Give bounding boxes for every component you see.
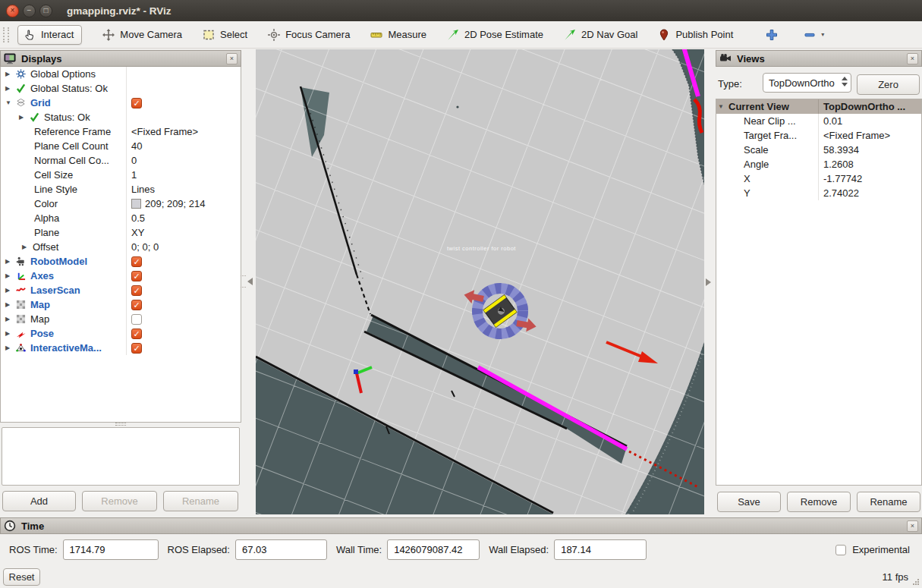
view-tree-row[interactable]: Near Clip ...0.01 [716,114,921,128]
display-enabled-checkbox[interactable]: ✓ [131,329,142,339]
reset-button[interactable]: Reset [3,568,40,586]
display-description-box[interactable] [2,427,240,486]
chevron-down-icon[interactable]: ▼ [5,99,16,106]
window-resize-grip[interactable] [912,578,920,586]
tool-measure[interactable]: Measure [370,29,426,41]
display-enabled-checkbox[interactable]: ✓ [131,256,142,267]
property-value[interactable]: Lines [131,184,155,195]
render-viewport[interactable]: twist controller for robot [256,49,704,514]
property-value[interactable]: 1.2608 [823,159,854,170]
time-panel-header[interactable]: Time × [0,517,922,534]
toolbar-grip-handle[interactable] [3,27,9,42]
display-tree-row[interactable]: Plane Cell Count40 [1,139,241,153]
property-value[interactable]: <Fixed Frame> [131,126,198,137]
property-value[interactable]: 1 [131,169,137,181]
spinner-arrows-icon[interactable] [842,77,848,86]
display-enabled-checkbox[interactable]: ✓ [131,271,142,281]
tool-focus-camera[interactable]: Focus Camera [268,29,350,41]
chevron-right-icon[interactable]: ▶ [5,272,16,279]
display-enabled-checkbox[interactable]: ✓ [131,98,142,108]
display-tree-row[interactable]: ▼Grid✓ [1,96,241,110]
property-value[interactable]: 0.5 [131,212,145,224]
tool-2d-nav-goal[interactable]: 2D Nav Goal [564,29,637,41]
view-tree-row[interactable]: Scale58.3934 [716,143,921,157]
property-value[interactable]: 0 [131,155,137,166]
display-tree-row[interactable]: Color209; 209; 214 [1,197,241,211]
tool-interact[interactable]: Interact [17,25,82,45]
display-tree-row[interactable]: ▶Map [1,312,241,326]
tool-2d-pose-estimate[interactable]: 2D Pose Estimate [447,29,543,41]
tool-move-camera[interactable]: Move Camera [102,29,182,41]
ros-elapsed-field[interactable] [235,539,327,560]
window-close-button[interactable]: × [6,5,19,17]
display-tree-row[interactable]: ▶Offset0; 0; 0 [1,240,241,254]
zero-button[interactable]: Zero [857,74,920,95]
property-value[interactable]: <Fixed Frame> [823,130,890,141]
chevron-right-icon[interactable]: ▶ [5,316,16,322]
display-enabled-checkbox[interactable]: ✓ [131,300,142,310]
collapse-right-panel-icon[interactable] [706,278,711,286]
display-tree-row[interactable]: Normal Cell Co...0 [1,153,241,168]
property-value[interactable]: TopDownOrtho ... [823,101,905,112]
view-tree-row[interactable]: Angle1.2608 [716,157,921,171]
display-enabled-checkbox[interactable]: ✓ [131,285,142,296]
display-tree-row[interactable]: ▶InteractiveMa...✓ [1,341,241,355]
view-tree-row[interactable]: X-1.77742 [716,171,921,186]
chevron-right-icon[interactable]: ▶ [19,114,30,121]
window-minimize-button[interactable]: − [23,5,36,17]
displays-close-icon[interactable]: × [226,53,238,64]
experimental-checkbox[interactable] [835,545,846,555]
display-tree-row[interactable]: ▶LaserScan✓ [1,283,241,297]
ros-time-field[interactable] [63,539,159,560]
add-display-button[interactable]: Add [2,491,76,511]
save-view-button[interactable]: Save [717,492,781,512]
views-panel-header[interactable]: Views × [716,50,922,67]
display-tree-row[interactable]: Reference Frame<Fixed Frame> [1,124,241,139]
display-tree-row[interactable]: Alpha0.5 [1,211,241,225]
views-close-icon[interactable]: × [907,53,918,64]
view-type-select[interactable]: TopDownOrtho [763,73,851,93]
property-value[interactable]: 40 [131,140,142,152]
time-close-icon[interactable]: × [907,520,918,532]
chevron-right-icon[interactable]: ▶ [5,258,16,265]
property-value[interactable]: 2.74022 [823,187,859,199]
property-value[interactable]: -1.77742 [823,173,862,184]
splitter-grip[interactable] [115,423,126,426]
display-tree-row[interactable]: ▶RobotModel✓ [1,254,241,269]
chevron-right-icon[interactable]: ▶ [5,287,16,294]
color-swatch[interactable] [131,199,141,209]
chevron-right-icon[interactable]: ▶ [5,85,16,92]
display-tree-row[interactable]: ▶Pose✓ [1,326,241,341]
display-tree-row[interactable]: ▶Map✓ [1,297,241,312]
chevron-right-icon[interactable]: ▶ [22,244,33,250]
display-enabled-checkbox[interactable] [131,314,142,325]
view-tree-row[interactable]: Y2.74022 [716,186,921,200]
display-tree-row[interactable]: ▶Axes✓ [1,269,241,283]
display-tree-row[interactable]: Cell Size1 [1,168,241,182]
display-tree-row[interactable]: PlaneXY [1,225,241,240]
property-value[interactable]: 58.3934 [823,144,859,156]
remove-view-button[interactable]: Remove [787,492,851,512]
property-value[interactable]: 0.01 [823,115,842,127]
chevron-right-icon[interactable]: ▶ [5,330,16,337]
display-tree-row[interactable]: ▶Global Options [1,67,241,81]
window-maximize-button[interactable]: □ [39,5,52,17]
view-tree-row[interactable]: ▼Current ViewTopDownOrtho ... [716,99,921,114]
display-tree-row[interactable]: ▶Status: Ok [1,110,241,124]
chevron-right-icon[interactable]: ▶ [5,301,16,308]
tool-select[interactable]: Select [203,29,247,41]
display-tree-row[interactable]: ▶Global Status: Ok [1,81,241,96]
displays-panel-header[interactable]: Displays × [0,50,241,67]
rename-display-button[interactable]: Rename [163,491,238,511]
chevron-right-icon[interactable]: ▶ [5,344,16,351]
remove-tool-button[interactable]: ▾ [804,29,824,41]
display-enabled-checkbox[interactable]: ✓ [131,343,142,354]
add-tool-button[interactable] [766,29,779,41]
property-value[interactable]: 209; 209; 214 [145,198,206,209]
wall-elapsed-field[interactable] [554,539,647,560]
view-tree-row[interactable]: Target Fra...<Fixed Frame> [716,128,921,143]
display-tree-row[interactable]: Line StyleLines [1,182,241,197]
remove-display-button[interactable]: Remove [82,491,157,511]
chevron-down-icon[interactable]: ▼ [718,103,728,110]
rename-view-button[interactable]: Rename [857,492,920,512]
